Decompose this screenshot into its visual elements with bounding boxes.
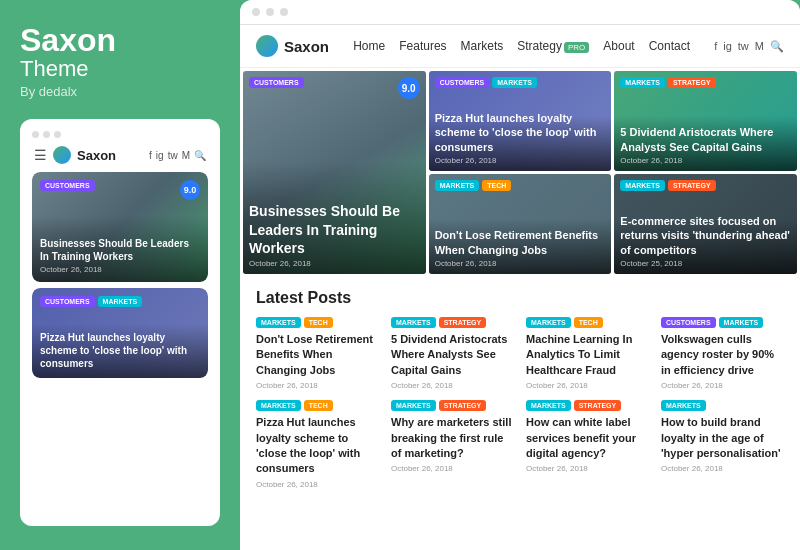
post1-title: Don't Lose Retirement Benefits When Chan… bbox=[256, 332, 379, 378]
post1-tags: MARKETS TECH bbox=[256, 317, 379, 328]
mobile-browser-dots bbox=[32, 131, 208, 138]
post1-date: October 26, 2018 bbox=[256, 381, 379, 390]
post-card-2[interactable]: MARKETS STRATEGY 5 Dividend Aristocrats … bbox=[391, 317, 514, 390]
posts-row-1: MARKETS TECH Don't Lose Retirement Benef… bbox=[256, 317, 784, 390]
post2-tag-markets: MARKETS bbox=[391, 317, 436, 328]
browser-chrome bbox=[240, 0, 800, 25]
post7-date: October 26, 2018 bbox=[526, 464, 649, 473]
mobile-nav-left: ☰ Saxon bbox=[34, 146, 116, 164]
mobile-card-1[interactable]: CUSTOMERS 9.0 Businesses Should Be Leade… bbox=[32, 172, 208, 282]
hero-dividend-title: 5 Dividend Aristocrats Where Analysts Se… bbox=[620, 125, 791, 154]
mobile-twitter-icon[interactable]: tw bbox=[168, 150, 178, 161]
posts-row-2: MARKETS TECH Pizza Hut launches loyalty … bbox=[256, 400, 784, 489]
strategy-badge: PRO bbox=[564, 42, 589, 53]
post7-tag-strategy: STRATEGY bbox=[574, 400, 622, 411]
post4-title: Volkswagen culls agency roster by 90% in… bbox=[661, 332, 784, 378]
post-card-8[interactable]: MARKETS How to build brand loyalty in th… bbox=[661, 400, 784, 489]
post7-title: How can white label services benefit you… bbox=[526, 415, 649, 461]
post-card-5[interactable]: MARKETS TECH Pizza Hut launches loyalty … bbox=[256, 400, 379, 489]
post6-title: Why are marketers still breaking the fir… bbox=[391, 415, 514, 461]
mobile-nav: ☰ Saxon f ig tw M 🔍 bbox=[32, 146, 208, 164]
browser-dot-2 bbox=[266, 8, 274, 16]
nav-home[interactable]: Home bbox=[353, 39, 385, 53]
post3-tags: MARKETS TECH bbox=[526, 317, 649, 328]
hero-large-text: Businesses Should Be Leaders In Training… bbox=[249, 202, 420, 268]
post7-tags: MARKETS STRATEGY bbox=[526, 400, 649, 411]
hero-tag-strategy-dividend: STRATEGY bbox=[668, 77, 716, 88]
post1-tag-markets: MARKETS bbox=[256, 317, 301, 328]
hero-card-ecommerce[interactable]: MARKETS STRATEGY E-commerce sites focuse… bbox=[614, 174, 797, 274]
post-card-3[interactable]: MARKETS TECH Machine Learning In Analyti… bbox=[526, 317, 649, 390]
post8-tag-markets: MARKETS bbox=[661, 400, 706, 411]
hero-ecommerce-title: E-commerce sites focused on returns visi… bbox=[620, 214, 791, 257]
post6-date: October 26, 2018 bbox=[391, 464, 514, 473]
mobile-social-icons: f ig tw M 🔍 bbox=[149, 150, 206, 161]
desktop-twitter-icon[interactable]: tw bbox=[738, 40, 749, 52]
nav-contact[interactable]: Contact bbox=[649, 39, 690, 53]
desktop-medium-icon[interactable]: M bbox=[755, 40, 764, 52]
nav-features[interactable]: Features bbox=[399, 39, 446, 53]
hero-retirement-title: Don't Lose Retirement Benefits When Chan… bbox=[435, 228, 606, 257]
browser-dot-1 bbox=[252, 8, 260, 16]
post-card-7[interactable]: MARKETS STRATEGY How can white label ser… bbox=[526, 400, 649, 489]
hero-card-dividend[interactable]: MARKETS STRATEGY 5 Dividend Aristocrats … bbox=[614, 71, 797, 171]
nav-about[interactable]: About bbox=[603, 39, 634, 53]
desktop-search-icon[interactable]: 🔍 bbox=[770, 40, 784, 53]
post2-date: October 26, 2018 bbox=[391, 381, 514, 390]
desktop-facebook-icon[interactable]: f bbox=[714, 40, 717, 52]
mobile-card1-date: October 26, 2018 bbox=[40, 265, 200, 274]
hero-dividend-tags: MARKETS STRATEGY bbox=[620, 77, 715, 88]
desktop-social-icons: f ig tw M 🔍 bbox=[714, 40, 784, 53]
mobile-card1-title: Businesses Should Be Leaders In Training… bbox=[40, 237, 200, 263]
mobile-dot-2 bbox=[43, 131, 50, 138]
hero-ecommerce-date: October 25, 2018 bbox=[620, 259, 791, 268]
site-nav: Home Features Markets StrategyPRO About … bbox=[353, 39, 690, 53]
logo-text: Saxon bbox=[284, 38, 329, 55]
hero-dividend-date: October 26, 2018 bbox=[620, 156, 791, 165]
hero-tag-markets-dividend: MARKETS bbox=[620, 77, 665, 88]
hero-tag-customers-pizza: CUSTOMERS bbox=[435, 77, 490, 88]
post-card-4[interactable]: CUSTOMERS MARKETS Volkswagen culls agenc… bbox=[661, 317, 784, 390]
mobile-mockup: ☰ Saxon f ig tw M 🔍 CUSTOMERS 9.0 bbox=[20, 119, 220, 526]
site-header: Saxon Home Features Markets StrategyPRO … bbox=[240, 25, 800, 68]
hero-large-score: 9.0 bbox=[398, 77, 420, 99]
hamburger-icon[interactable]: ☰ bbox=[34, 147, 47, 163]
mobile-card2-text: Pizza Hut launches loyalty scheme to 'cl… bbox=[40, 331, 200, 370]
right-panel: Saxon Home Features Markets StrategyPRO … bbox=[240, 0, 800, 550]
post5-tag-markets: MARKETS bbox=[256, 400, 301, 411]
hero-grid: CUSTOMERS 9.0 Businesses Should Be Leade… bbox=[240, 68, 800, 277]
hero-large-date: October 26, 2018 bbox=[249, 259, 420, 268]
mobile-card-2[interactable]: CUSTOMERS MARKETS Pizza Hut launches loy… bbox=[32, 288, 208, 378]
mobile-facebook-icon[interactable]: f bbox=[149, 150, 152, 161]
hero-card-large[interactable]: CUSTOMERS 9.0 Businesses Should Be Leade… bbox=[243, 71, 426, 274]
mobile-card2-tags: CUSTOMERS MARKETS bbox=[40, 296, 142, 307]
latest-posts-section: Latest Posts MARKETS TECH Don't Lose Ret… bbox=[240, 277, 800, 501]
post5-tag-tech: TECH bbox=[304, 400, 333, 411]
hero-retirement-text: Don't Lose Retirement Benefits When Chan… bbox=[435, 228, 606, 268]
nav-markets[interactable]: Markets bbox=[461, 39, 504, 53]
post2-tags: MARKETS STRATEGY bbox=[391, 317, 514, 328]
post5-date: October 26, 2018 bbox=[256, 480, 379, 489]
nav-strategy[interactable]: StrategyPRO bbox=[517, 39, 589, 53]
hero-card-pizza[interactable]: CUSTOMERS MARKETS Pizza Hut launches loy… bbox=[429, 71, 612, 171]
post2-title: 5 Dividend Aristocrats Where Analysts Se… bbox=[391, 332, 514, 378]
mobile-medium-icon[interactable]: M bbox=[182, 150, 190, 161]
post4-tag-customers: CUSTOMERS bbox=[661, 317, 716, 328]
hero-large-title: Businesses Should Be Leaders In Training… bbox=[249, 202, 420, 257]
mobile-dot-1 bbox=[32, 131, 39, 138]
brand-subtitle: Theme bbox=[20, 58, 220, 80]
hero-tag-customers: CUSTOMERS bbox=[249, 77, 304, 88]
hero-retirement-date: October 26, 2018 bbox=[435, 259, 606, 268]
mobile-logo-text: Saxon bbox=[77, 148, 116, 163]
mobile-instagram-icon[interactable]: ig bbox=[156, 150, 164, 161]
hero-pizza-date: October 26, 2018 bbox=[435, 156, 606, 165]
hero-card-retirement[interactable]: MARKETS TECH Don't Lose Retirement Benef… bbox=[429, 174, 612, 274]
desktop-instagram-icon[interactable]: ig bbox=[723, 40, 732, 52]
mobile-search-icon[interactable]: 🔍 bbox=[194, 150, 206, 161]
hero-dividend-text: 5 Dividend Aristocrats Where Analysts Se… bbox=[620, 125, 791, 165]
hero-tag-strategy-ecommerce: STRATEGY bbox=[668, 180, 716, 191]
post-card-6[interactable]: MARKETS STRATEGY Why are marketers still… bbox=[391, 400, 514, 489]
post6-tag-markets: MARKETS bbox=[391, 400, 436, 411]
tag-customers-2: CUSTOMERS bbox=[40, 296, 95, 307]
post-card-1[interactable]: MARKETS TECH Don't Lose Retirement Benef… bbox=[256, 317, 379, 390]
